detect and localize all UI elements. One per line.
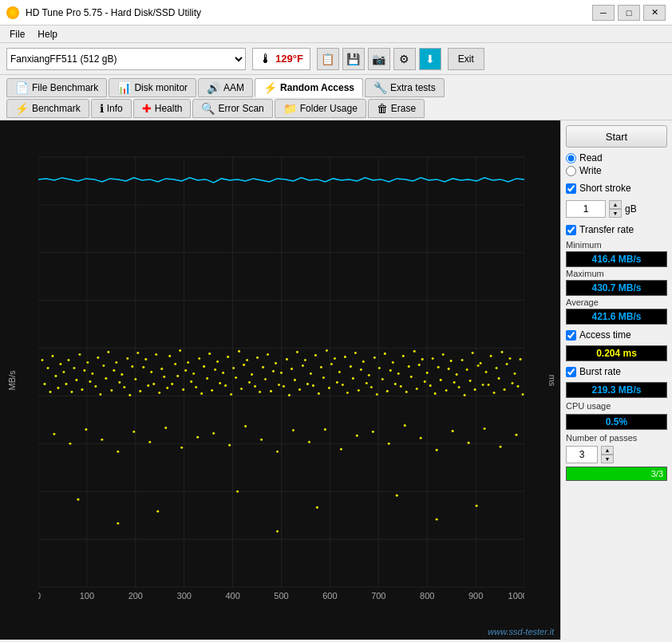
svg-point-250 <box>308 441 310 443</box>
close-button[interactable]: ✕ <box>643 5 666 21</box>
svg-point-246 <box>244 425 247 427</box>
copy-icon[interactable]: 📋 <box>317 48 339 70</box>
svg-point-67 <box>81 388 83 391</box>
access-time-checkbox[interactable] <box>566 330 576 341</box>
download-icon[interactable]: ⬇ <box>419 48 441 70</box>
tab-disk-monitor-label: Disk monitor <box>134 82 188 93</box>
svg-point-232 <box>520 358 522 360</box>
svg-point-59 <box>59 363 61 365</box>
write-radio-label[interactable]: Write <box>566 165 667 176</box>
svg-point-247 <box>260 439 263 441</box>
short-stroke-label[interactable]: Short stroke <box>566 183 667 194</box>
tab-disk-monitor[interactable]: 📊 Disk monitor <box>109 78 196 97</box>
tab-info[interactable]: ℹ Info <box>91 99 132 118</box>
access-time-label[interactable]: Access time <box>566 329 667 341</box>
short-stroke-text: Short stroke <box>579 183 631 194</box>
app-icon <box>6 6 19 19</box>
svg-point-183 <box>389 369 392 372</box>
svg-point-272 <box>436 518 438 521</box>
minimize-button[interactable]: ─ <box>592 5 615 21</box>
svg-point-268 <box>396 494 398 497</box>
svg-point-196 <box>424 380 426 383</box>
start-button[interactable]: Start <box>566 125 667 148</box>
short-stroke-input[interactable] <box>566 200 606 218</box>
svg-point-215 <box>474 388 476 391</box>
svg-point-62 <box>67 359 69 361</box>
svg-point-199 <box>432 357 434 360</box>
camera-icon[interactable]: 📷 <box>368 48 390 70</box>
svg-point-145 <box>288 394 291 396</box>
svg-point-201 <box>437 366 440 368</box>
toolbar-icons: 📋 💾 📷 ⚙ ⬇ <box>317 48 441 70</box>
svg-point-55 <box>49 391 51 393</box>
svg-point-158 <box>322 376 325 379</box>
svg-point-263 <box>516 434 518 436</box>
svg-point-231 <box>517 385 520 388</box>
svg-point-251 <box>324 428 326 431</box>
transfer-rate-checkbox[interactable] <box>566 225 576 235</box>
tabs-row-1: 📄 File Benchmark 📊 Disk monitor 🔊 AAM ⚡ … <box>6 78 666 97</box>
svg-point-65 <box>75 379 77 381</box>
svg-point-79 <box>113 369 115 372</box>
cpu-usage-value: 0.5% <box>566 414 667 430</box>
svg-point-156 <box>318 392 320 395</box>
tab-folder-usage[interactable]: 📁 Folder Usage <box>275 99 366 118</box>
save-icon[interactable]: 💾 <box>342 48 365 70</box>
tab-erase[interactable]: 🗑 Erase <box>368 99 425 118</box>
svg-point-105 <box>182 388 184 391</box>
svg-point-185 <box>394 383 397 385</box>
svg-point-181 <box>384 353 386 355</box>
device-selector[interactable]: FanxiangFF511 (512 gB) <box>6 48 246 70</box>
error-scan-icon: 🔍 <box>201 102 215 115</box>
menu-file[interactable]: File <box>3 27 31 41</box>
svg-point-153 <box>310 372 312 375</box>
svg-text:500: 500 <box>274 591 288 601</box>
svg-point-175 <box>368 374 370 376</box>
passes-spin-down[interactable]: ▼ <box>601 455 614 463</box>
svg-point-248 <box>276 451 279 453</box>
passes-input[interactable] <box>566 446 598 463</box>
svg-point-168 <box>350 365 352 368</box>
burst-rate-label[interactable]: Burst rate <box>566 366 667 377</box>
settings-icon[interactable]: ⚙ <box>393 48 416 70</box>
svg-point-114 <box>206 377 208 380</box>
maximize-button[interactable]: □ <box>618 5 640 21</box>
spin-up-button[interactable]: ▲ <box>609 200 622 209</box>
read-radio[interactable] <box>566 153 576 163</box>
svg-text:0: 0 <box>38 591 41 601</box>
read-radio-label[interactable]: Read <box>566 152 667 163</box>
svg-point-68 <box>83 369 85 372</box>
spin-down-button[interactable]: ▼ <box>609 209 622 218</box>
svg-point-223 <box>496 367 498 369</box>
short-stroke-unit: gB <box>625 203 637 215</box>
short-stroke-checkbox[interactable] <box>566 183 576 194</box>
svg-point-269 <box>476 505 478 507</box>
maximum-label: Maximum <box>566 269 667 278</box>
cpu-usage-label: CPU usage <box>566 401 667 411</box>
svg-point-270 <box>117 522 119 525</box>
y-axis-right-label: ms <box>548 374 558 386</box>
menubar: File Help <box>0 26 672 43</box>
burst-rate-value: 219.3 MB/s <box>566 382 667 398</box>
transfer-rate-label[interactable]: Transfer rate <box>566 224 667 235</box>
exit-button[interactable]: Exit <box>448 48 484 70</box>
tab-aam[interactable]: 🔊 AAM <box>198 78 253 97</box>
tab-extra-tests[interactable]: 🔧 Extra tests <box>365 78 445 97</box>
tab-health[interactable]: ✚ Health <box>133 99 192 118</box>
svg-point-127 <box>240 388 243 390</box>
svg-point-260 <box>468 442 470 444</box>
svg-point-154 <box>312 384 314 387</box>
passes-spin-up[interactable]: ▲ <box>601 446 614 455</box>
tab-extra-tests-label: Extra tests <box>390 82 436 93</box>
tab-file-benchmark-label: File Benchmark <box>32 82 98 93</box>
tab-file-benchmark[interactable]: 📄 File Benchmark <box>6 78 107 97</box>
svg-point-267 <box>316 506 318 509</box>
menu-help[interactable]: Help <box>31 27 64 41</box>
burst-rate-checkbox[interactable] <box>566 367 576 377</box>
tab-benchmark[interactable]: ⚡ Benchmark <box>6 99 89 118</box>
tab-random-access[interactable]: ⚡ Random Access <box>255 78 363 97</box>
write-radio[interactable] <box>566 166 576 176</box>
svg-text:1000mB: 1000mB <box>508 591 524 601</box>
tab-error-scan[interactable]: 🔍 Error Scan <box>192 99 272 118</box>
svg-point-214 <box>472 352 474 354</box>
